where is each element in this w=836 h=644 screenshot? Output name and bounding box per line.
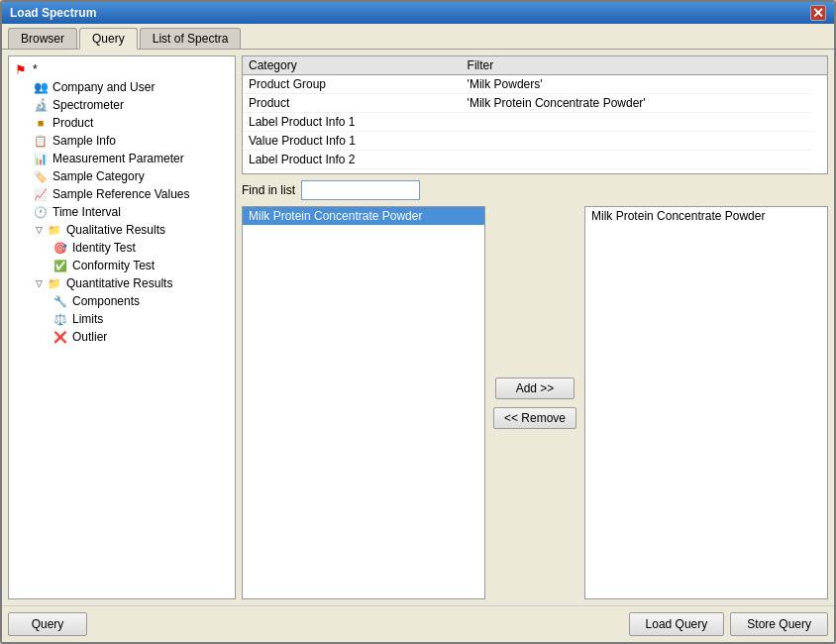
- conformity-test-label: Conformity Test: [72, 259, 155, 272]
- filter-value-cell: 'Milk Protein Concentrate Powder': [462, 94, 811, 113]
- tab-query[interactable]: Query: [79, 28, 138, 50]
- tree-item-time-interval[interactable]: 🕐 Time Interval: [29, 203, 235, 221]
- filter-category-cell: Product Group: [243, 75, 462, 94]
- identity-test-icon: 🎯: [52, 240, 68, 256]
- right-panel: Category Filter Product Group'Milk Powde…: [242, 55, 828, 599]
- qualitative-children: 🎯 Identity Test ✅ Conformity Test: [29, 239, 235, 274]
- tree-root-label: *: [33, 62, 38, 76]
- tree-root[interactable]: ⚑ *: [9, 60, 235, 78]
- filter-value-cell: [462, 151, 811, 169]
- tree-item-company[interactable]: 👥 Company and User: [29, 78, 235, 96]
- find-row: Find in list: [242, 180, 828, 200]
- list-action-buttons: Add >> << Remove: [485, 206, 584, 599]
- outlier-label: Outlier: [72, 330, 107, 344]
- close-button[interactable]: ✕: [810, 5, 826, 21]
- right-list-item[interactable]: Milk Protein Concentrate Powder: [585, 207, 827, 225]
- sample-category-label: Sample Category: [52, 169, 145, 183]
- filter-category-cell: Label Product Info 2: [243, 151, 462, 169]
- tree-item-conformity-test[interactable]: ✅ Conformity Test: [49, 257, 235, 274]
- col-filter: Filter: [462, 56, 811, 75]
- find-label: Find in list: [242, 183, 295, 197]
- components-icon: 🔧: [52, 293, 68, 309]
- filter-value-cell: [462, 113, 811, 132]
- quantitative-children: 🔧 Components ⚖️ Limits ❌ Outlier: [29, 292, 235, 346]
- filter-table-row[interactable]: Product'Milk Protein Concentrate Powder': [243, 94, 827, 113]
- tree-item-identity-test[interactable]: 🎯 Identity Test: [49, 239, 235, 257]
- limits-icon: ⚖️: [52, 311, 68, 327]
- sample-info-icon: 📋: [33, 133, 49, 149]
- sample-category-icon: 🏷️: [33, 168, 49, 184]
- add-button[interactable]: Add >>: [495, 377, 575, 399]
- tree-item-product[interactable]: ■ Product: [29, 114, 235, 132]
- filter-value-cell: 'Milk Powders': [462, 75, 811, 94]
- quantitative-label: Quantitative Results: [66, 276, 172, 290]
- tree-item-sample-info[interactable]: 📋 Sample Info: [29, 132, 235, 150]
- filter-table: Category Filter Product Group'Milk Powde…: [243, 56, 827, 174]
- product-icon: ■: [33, 115, 49, 131]
- tree-item-outlier[interactable]: ❌ Outlier: [49, 328, 235, 346]
- filter-table-container: Category Filter Product Group'Milk Powde…: [242, 55, 828, 174]
- filter-value-cell: [462, 169, 811, 175]
- tree-item-spectrometer[interactable]: 🔬 Spectrometer: [29, 96, 235, 114]
- measurement-label: Measurement Parameter: [52, 152, 184, 165]
- query-button[interactable]: Query: [8, 612, 87, 636]
- spectrometer-icon: 🔬: [33, 97, 49, 113]
- left-list-item[interactable]: Milk Protein Concentrate Powder: [243, 207, 484, 225]
- filter-table-row[interactable]: Label Product Info 2: [243, 151, 827, 169]
- qualitative-label: Qualitative Results: [66, 223, 165, 237]
- spectrometer-label: Spectrometer: [52, 98, 124, 112]
- qualitative-expand-icon: ▽: [33, 224, 45, 236]
- time-interval-icon: 🕐: [33, 204, 49, 220]
- find-input[interactable]: [301, 180, 420, 200]
- tree-item-sample-category[interactable]: 🏷️ Sample Category: [29, 167, 235, 185]
- product-label: Product: [52, 116, 93, 130]
- sample-info-label: Sample Info: [52, 134, 116, 148]
- flag-icon: ⚑: [13, 61, 29, 77]
- identity-test-label: Identity Test: [72, 241, 136, 255]
- company-label: Company and User: [52, 80, 155, 94]
- tree-item-components[interactable]: 🔧 Components: [49, 292, 235, 310]
- tree-item-qualitative[interactable]: ▽ 📁 Qualitative Results: [29, 221, 235, 239]
- filter-table-row[interactable]: Product Group'Milk Powders': [243, 75, 827, 94]
- qualitative-folder-icon: 📁: [47, 222, 62, 238]
- col-category: Category: [243, 56, 462, 75]
- tab-list-of-spectra[interactable]: List of Spectra: [140, 28, 242, 49]
- components-label: Components: [72, 294, 140, 308]
- filter-category-cell: Label Product Info 1: [243, 113, 462, 132]
- filter-table-row[interactable]: Value Product Info 2: [243, 169, 827, 175]
- main-window: Load Spectrum ✕ Browser Query List of Sp…: [0, 0, 836, 644]
- tree-children: 👥 Company and User 🔬 Spectrometer ■ Prod…: [9, 78, 235, 346]
- filter-value-cell: [462, 132, 811, 151]
- right-list-box[interactable]: Milk Protein Concentrate Powder: [584, 206, 828, 599]
- quantitative-folder-icon: 📁: [47, 275, 62, 291]
- sample-ref-icon: 📈: [33, 186, 49, 202]
- sample-ref-label: Sample Reference Values: [52, 187, 190, 201]
- filter-table-row[interactable]: Label Product Info 1: [243, 113, 827, 132]
- bottom-right-buttons: Load Query Store Query: [629, 612, 828, 636]
- left-list-box[interactable]: Milk Protein Concentrate Powder: [242, 206, 485, 599]
- lists-row: Milk Protein Concentrate Powder Add >> <…: [242, 206, 828, 599]
- tree-item-sample-ref[interactable]: 📈 Sample Reference Values: [29, 185, 235, 203]
- col-scrollbar-spacer: [811, 56, 827, 75]
- filter-category-cell: Value Product Info 2: [243, 169, 462, 175]
- load-query-button[interactable]: Load Query: [629, 612, 725, 636]
- limits-label: Limits: [72, 312, 103, 326]
- main-content: ⚑ * 👥 Company and User 🔬 Spectrometer ■ …: [2, 50, 834, 605]
- conformity-test-icon: ✅: [52, 258, 68, 273]
- outlier-icon: ❌: [52, 329, 68, 345]
- tree-item-limits[interactable]: ⚖️ Limits: [49, 310, 235, 328]
- bottom-bar: Query Load Query Store Query: [2, 605, 834, 642]
- filter-category-cell: Product: [243, 94, 462, 113]
- window-title: Load Spectrum: [10, 6, 96, 20]
- tree-item-quantitative[interactable]: ▽ 📁 Quantitative Results: [29, 274, 235, 292]
- remove-button[interactable]: << Remove: [493, 407, 576, 429]
- tree-panel: ⚑ * 👥 Company and User 🔬 Spectrometer ■ …: [8, 55, 236, 599]
- tree-item-measurement[interactable]: 📊 Measurement Parameter: [29, 150, 235, 167]
- title-bar: Load Spectrum ✕: [2, 2, 834, 24]
- quantitative-expand-icon: ▽: [33, 277, 45, 289]
- tab-browser[interactable]: Browser: [8, 28, 77, 49]
- filter-table-row[interactable]: Value Product Info 1: [243, 132, 827, 151]
- store-query-button[interactable]: Store Query: [730, 612, 828, 636]
- company-icon: 👥: [33, 79, 49, 95]
- filter-category-cell: Value Product Info 1: [243, 132, 462, 151]
